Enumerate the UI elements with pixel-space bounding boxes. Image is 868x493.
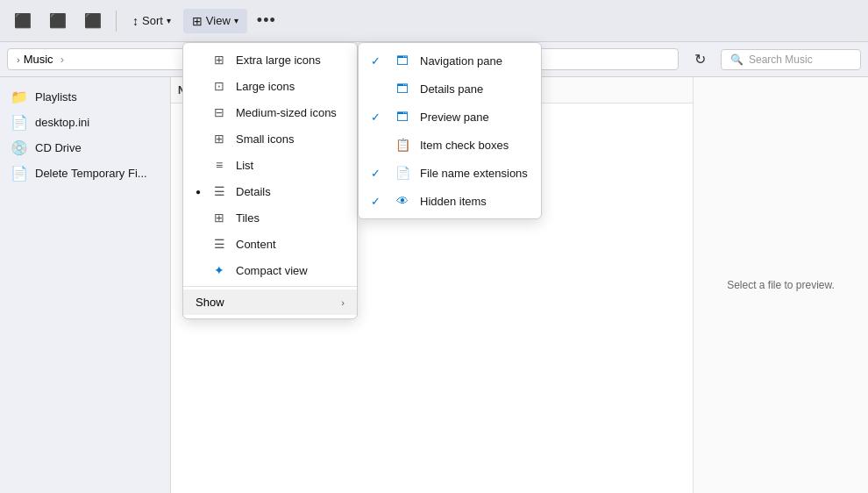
back-button[interactable]: ⬛ [7, 5, 39, 37]
show-submenu: ✓ 🗔 Navigation pane ✓ 🗔 Details pane ✓ 🗔… [358, 42, 542, 219]
separator [116, 11, 117, 32]
sidebar: 📁 Playlists 📄 desktop.ini 💿 CD Drive 📄 D… [0, 77, 171, 493]
navigation-pane-icon: 🗔 [394, 54, 411, 68]
check-preview-pane: ✓ [371, 111, 385, 124]
more-icon: ••• [257, 11, 276, 30]
menu-item-medium[interactable]: ⊟ Medium-sized icons [183, 99, 357, 125]
view-dropdown: ⊞ Extra large icons ⊡ Large icons ⊟ Medi… [182, 42, 358, 319]
menu-separator [183, 286, 357, 287]
sort-label: Sort [142, 14, 163, 27]
show-label: Show [196, 296, 224, 309]
compact-label: Compact view [236, 264, 308, 277]
file-icon-2: 📄 [11, 165, 28, 182]
refresh-icon: ↻ [694, 51, 706, 68]
tiles-label: Tiles [236, 211, 260, 225]
content-icon: ☰ [211, 237, 227, 251]
sort-button[interactable]: ↕ Sort ▾ [124, 9, 180, 33]
search-box[interactable]: 🔍 Search Music [721, 49, 861, 70]
share-icon: ⬛ [49, 12, 67, 29]
breadcrumb-sep: › [60, 53, 64, 66]
menu-item-compact[interactable]: ✦ Compact view [183, 257, 357, 283]
cd-icon: 💿 [11, 139, 28, 156]
delete-button[interactable]: ⬛ [77, 5, 109, 37]
folder-icon: 📁 [11, 89, 28, 105]
details-label: Details [236, 185, 271, 198]
show-item-preview-pane[interactable]: ✓ 🗔 Preview pane [359, 103, 541, 131]
check-navigation-pane: ✓ [371, 54, 385, 68]
sidebar-item-delete-temp[interactable]: 📄 Delete Temporary Fi... [0, 161, 170, 186]
medium-icon: ⊟ [211, 105, 227, 119]
list-label: List [236, 159, 253, 172]
breadcrumb-arrow: › [17, 54, 20, 65]
check-item-check-boxes: ✓ [371, 139, 385, 152]
breadcrumb-text: Music [24, 53, 53, 66]
details-icon: ☰ [211, 184, 227, 198]
show-item-hidden-items[interactable]: ✓ 👁 Hidden items [359, 187, 541, 215]
check-dot-details: ● [196, 187, 203, 196]
share-button[interactable]: ⬛ [42, 5, 74, 37]
search-placeholder: Search Music [749, 54, 813, 66]
sidebar-label-cd-drive: CD Drive [35, 141, 82, 154]
file-name-extensions-icon: 📄 [394, 166, 411, 180]
sort-icon: ↕ [132, 14, 139, 28]
sidebar-item-cd-drive[interactable]: 💿 CD Drive [0, 135, 170, 161]
search-icon: 🔍 [730, 54, 743, 66]
extra-large-label: Extra large icons [236, 54, 321, 67]
small-label: Small icons [236, 132, 294, 146]
extra-large-icon: ⊞ [211, 53, 227, 67]
preview-pane-label: Preview pane [420, 111, 489, 124]
menu-item-large[interactable]: ⊡ Large icons [183, 73, 357, 99]
menu-item-list[interactable]: ≡ List [183, 152, 357, 178]
view-chevron-icon: ▾ [234, 16, 238, 25]
content-label: Content [236, 238, 276, 251]
sidebar-label-desktop-ini: desktop.ini [35, 116, 89, 129]
toolbar: ⬛ ⬛ ⬛ ↕ Sort ▾ ⊞ View ▾ ••• [0, 0, 868, 42]
back-icon: ⬛ [14, 12, 32, 29]
medium-label: Medium-sized icons [236, 106, 337, 119]
check-file-name-extensions: ✓ [371, 167, 385, 180]
item-check-boxes-icon: 📋 [394, 138, 411, 152]
show-item-navigation-pane[interactable]: ✓ 🗔 Navigation pane [359, 46, 541, 75]
sidebar-item-desktop-ini[interactable]: 📄 desktop.ini [0, 110, 170, 135]
tiles-icon: ⊞ [211, 211, 227, 225]
menu-item-tiles[interactable]: ⊞ Tiles [183, 204, 357, 231]
check-details-pane: ✓ [371, 82, 385, 96]
view-icon: ⊞ [192, 14, 203, 28]
file-name-extensions-label: File name extensions [420, 167, 528, 180]
sidebar-label-playlists: Playlists [35, 90, 77, 104]
view-label: View [206, 14, 231, 27]
sort-chevron-icon: ▾ [167, 16, 171, 25]
details-pane-label: Details pane [420, 82, 483, 96]
hidden-items-label: Hidden items [420, 195, 487, 208]
menu-item-small[interactable]: ⊞ Small icons [183, 125, 357, 152]
menu-item-details[interactable]: ● ☰ Details [183, 178, 357, 204]
show-chevron-icon: › [341, 297, 345, 308]
menu-item-content[interactable]: ☰ Content [183, 231, 357, 257]
preview-text: Select a file to preview. [727, 279, 835, 291]
large-label: Large icons [236, 80, 295, 93]
list-icon: ≡ [211, 158, 227, 172]
check-hidden-items: ✓ [371, 195, 385, 208]
item-check-boxes-label: Item check boxes [420, 139, 509, 152]
menu-item-extra-large[interactable]: ⊞ Extra large icons [183, 46, 357, 73]
delete-icon: ⬛ [84, 12, 102, 29]
menu-item-show[interactable]: Show › [183, 289, 357, 315]
hidden-items-icon: 👁 [394, 194, 411, 208]
show-item-item-check-boxes[interactable]: ✓ 📋 Item check boxes [359, 131, 541, 159]
show-item-details-pane[interactable]: ✓ 🗔 Details pane [359, 75, 541, 103]
view-button[interactable]: ⊞ View ▾ [183, 9, 247, 33]
sidebar-item-playlists[interactable]: 📁 Playlists [0, 84, 170, 110]
file-icon-1: 📄 [11, 114, 28, 131]
preview-pane: Select a file to preview. [693, 77, 868, 493]
more-button[interactable]: ••• [251, 5, 282, 37]
compact-icon: ✦ [211, 263, 227, 277]
large-icon: ⊡ [211, 79, 227, 93]
refresh-button[interactable]: ↻ [684, 44, 715, 75]
preview-pane-icon: 🗔 [394, 110, 411, 124]
sidebar-label-delete-temp: Delete Temporary Fi... [35, 167, 147, 180]
details-pane-icon: 🗔 [394, 82, 411, 96]
navigation-pane-label: Navigation pane [420, 54, 502, 68]
show-item-file-name-extensions[interactable]: ✓ 📄 File name extensions [359, 159, 541, 187]
small-icon: ⊞ [211, 132, 227, 146]
